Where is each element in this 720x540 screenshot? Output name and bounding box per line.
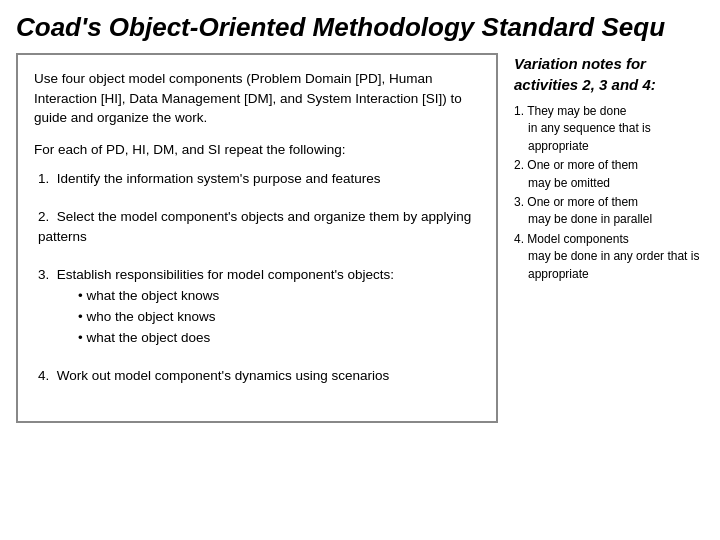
variation-4-number: 4. [514,232,524,246]
page-title: Coad's Object-Oriented Methodology Stand… [0,0,720,53]
step-2-number: 2. [38,209,49,224]
variation-2-sub: may be omitted [514,175,704,192]
variation-item-4: 4. Model components may be done in any o… [514,231,704,283]
variation-1-number: 1. [514,104,524,118]
variation-1-main: They may be done [527,104,626,118]
variation-list: 1. They may be done in any sequence that… [514,103,704,283]
step-1-label: Identify the information system's purpos… [57,171,381,186]
bullet-2: who the object knows [78,307,480,328]
step-3-number: 3. [38,267,49,282]
step-2-label: Select the model component's objects and… [38,209,471,244]
variation-3-sub: may be done in parallel [514,211,704,228]
intro-text: Use four object model components (Proble… [34,69,480,128]
for-each-text: For each of PD, HI, DM, and SI repeat th… [34,142,480,157]
right-panel: Variation notes for activities 2, 3 and … [514,53,704,423]
step-4: 4. Work out model component's dynamics u… [34,366,480,386]
step-1-text: 1. Identify the information system's pur… [34,169,480,189]
variation-4-sub: may be done in any order that is appropr… [514,248,704,283]
step-1-number: 1. [38,171,49,186]
variation-3-main: One or more of them [527,195,638,209]
variation-item-2: 2. One or more of them may be omitted [514,157,704,192]
variation-1-sub: in any sequence that is appropriate [514,120,704,155]
step-3-text: Establish responsibilities for model com… [57,267,394,282]
step-3: 3. Establish responsibilities for model … [34,265,480,348]
step-4-text: 4. Work out model component's dynamics u… [34,366,480,386]
variation-3-number: 3. [514,195,524,209]
step-2-text: 2. Select the model component's objects … [34,207,480,248]
bullet-1: what the object knows [78,286,480,307]
variation-item-3: 3. One or more of them may be done in pa… [514,194,704,229]
main-content: Use four object model components (Proble… [0,53,720,433]
left-panel: Use four object model components (Proble… [16,53,498,423]
step-4-number: 4. [38,368,49,383]
variation-4-main: Model components [527,232,628,246]
step-1: 1. Identify the information system's pur… [34,169,480,189]
variation-title: Variation notes for activities 2, 3 and … [514,53,704,95]
variation-2-main: One or more of them [527,158,638,172]
step-3-bullets: what the object knows who the object kno… [34,286,480,349]
variation-item-1: 1. They may be done in any sequence that… [514,103,704,155]
step-3-label: 3. Establish responsibilities for model … [34,265,480,285]
variation-2-number: 2. [514,158,524,172]
bullet-3: what the object does [78,328,480,349]
step-4-label: Work out model component's dynamics usin… [57,368,389,383]
step-2: 2. Select the model component's objects … [34,207,480,248]
